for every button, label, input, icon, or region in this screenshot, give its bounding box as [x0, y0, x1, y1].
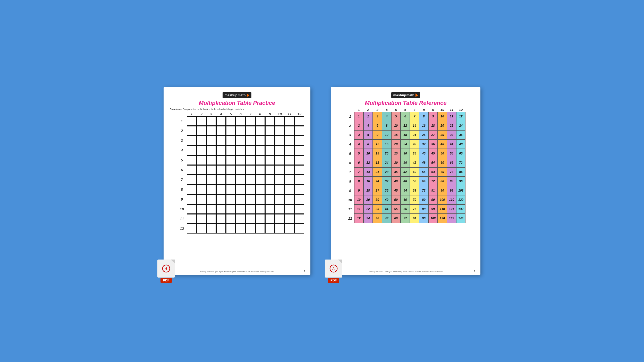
practice-cell[interactable]	[197, 116, 206, 126]
practice-cell[interactable]	[187, 136, 197, 145]
practice-cell[interactable]	[226, 175, 236, 185]
practice-cell[interactable]	[226, 165, 236, 175]
practice-cell[interactable]	[216, 116, 226, 126]
practice-cell[interactable]	[245, 224, 255, 234]
practice-cell[interactable]	[216, 214, 226, 224]
practice-cell[interactable]	[265, 155, 275, 165]
practice-cell[interactable]	[255, 155, 265, 165]
practice-cell[interactable]	[294, 175, 304, 185]
practice-cell[interactable]	[245, 126, 255, 136]
practice-cell[interactable]	[294, 214, 304, 224]
practice-cell[interactable]	[294, 126, 304, 136]
practice-cell[interactable]	[255, 194, 265, 204]
practice-cell[interactable]	[236, 214, 245, 224]
practice-cell[interactable]	[255, 165, 265, 175]
practice-cell[interactable]	[245, 165, 255, 175]
practice-cell[interactable]	[255, 204, 265, 214]
practice-cell[interactable]	[255, 145, 265, 155]
practice-cell[interactable]	[226, 155, 236, 165]
practice-cell[interactable]	[275, 214, 285, 224]
practice-cell[interactable]	[285, 214, 294, 224]
practice-cell[interactable]	[285, 136, 294, 145]
practice-cell[interactable]	[187, 224, 197, 234]
practice-cell[interactable]	[285, 185, 294, 194]
practice-cell[interactable]	[294, 155, 304, 165]
practice-cell[interactable]	[216, 145, 226, 155]
practice-cell[interactable]	[275, 224, 285, 234]
practice-cell[interactable]	[236, 145, 245, 155]
practice-cell[interactable]	[206, 116, 216, 126]
practice-cell[interactable]	[216, 175, 226, 185]
practice-cell[interactable]	[285, 204, 294, 214]
practice-cell[interactable]	[206, 145, 216, 155]
practice-cell[interactable]	[275, 126, 285, 136]
practice-cell[interactable]	[197, 155, 206, 165]
practice-cell[interactable]	[206, 204, 216, 214]
practice-cell[interactable]	[285, 155, 294, 165]
practice-cell[interactable]	[206, 185, 216, 194]
practice-cell[interactable]	[226, 136, 236, 145]
practice-cell[interactable]	[285, 116, 294, 126]
practice-cell[interactable]	[255, 185, 265, 194]
practice-cell[interactable]	[187, 145, 197, 155]
practice-cell[interactable]	[187, 204, 197, 214]
practice-cell[interactable]	[206, 175, 216, 185]
practice-cell[interactable]	[187, 175, 197, 185]
practice-cell[interactable]	[285, 175, 294, 185]
practice-cell[interactable]	[216, 155, 226, 165]
practice-cell[interactable]	[265, 126, 275, 136]
practice-cell[interactable]	[255, 126, 265, 136]
practice-cell[interactable]	[294, 165, 304, 175]
practice-cell[interactable]	[226, 126, 236, 136]
practice-cell[interactable]	[197, 204, 206, 214]
practice-cell[interactable]	[216, 126, 226, 136]
practice-cell[interactable]	[187, 185, 197, 194]
practice-cell[interactable]	[275, 165, 285, 175]
practice-cell[interactable]	[236, 194, 245, 204]
practice-cell[interactable]	[275, 155, 285, 165]
practice-cell[interactable]	[197, 185, 206, 194]
practice-cell[interactable]	[187, 126, 197, 136]
practice-cell[interactable]	[294, 136, 304, 145]
practice-cell[interactable]	[275, 136, 285, 145]
practice-cell[interactable]	[245, 145, 255, 155]
practice-cell[interactable]	[236, 224, 245, 234]
practice-cell[interactable]	[236, 185, 245, 194]
practice-cell[interactable]	[245, 214, 255, 224]
practice-cell[interactable]	[206, 136, 216, 145]
practice-cell[interactable]	[285, 165, 294, 175]
practice-pdf-icon[interactable]: A PDF	[156, 260, 176, 283]
practice-cell[interactable]	[275, 175, 285, 185]
practice-cell[interactable]	[226, 204, 236, 214]
practice-cell[interactable]	[236, 175, 245, 185]
practice-cell[interactable]	[187, 116, 197, 126]
practice-cell[interactable]	[265, 204, 275, 214]
practice-cell[interactable]	[216, 204, 226, 214]
practice-cell[interactable]	[245, 185, 255, 194]
practice-cell[interactable]	[236, 165, 245, 175]
practice-cell[interactable]	[226, 145, 236, 155]
reference-pdf-icon[interactable]: A PDF	[323, 260, 344, 283]
practice-cell[interactable]	[216, 185, 226, 194]
practice-cell[interactable]	[197, 224, 206, 234]
practice-cell[interactable]	[245, 155, 255, 165]
practice-cell[interactable]	[275, 204, 285, 214]
practice-cell[interactable]	[255, 136, 265, 145]
practice-cell[interactable]	[226, 185, 236, 194]
practice-cell[interactable]	[265, 224, 275, 234]
practice-cell[interactable]	[245, 116, 255, 126]
practice-cell[interactable]	[236, 204, 245, 214]
practice-cell[interactable]	[265, 145, 275, 155]
practice-cell[interactable]	[216, 224, 226, 234]
practice-cell[interactable]	[206, 224, 216, 234]
practice-cell[interactable]	[275, 145, 285, 155]
practice-cell[interactable]	[197, 165, 206, 175]
practice-cell[interactable]	[265, 194, 275, 204]
practice-cell[interactable]	[197, 175, 206, 185]
practice-cell[interactable]	[197, 194, 206, 204]
practice-cell[interactable]	[236, 126, 245, 136]
practice-cell[interactable]	[245, 194, 255, 204]
practice-cell[interactable]	[216, 165, 226, 175]
practice-cell[interactable]	[294, 185, 304, 194]
practice-cell[interactable]	[226, 116, 236, 126]
